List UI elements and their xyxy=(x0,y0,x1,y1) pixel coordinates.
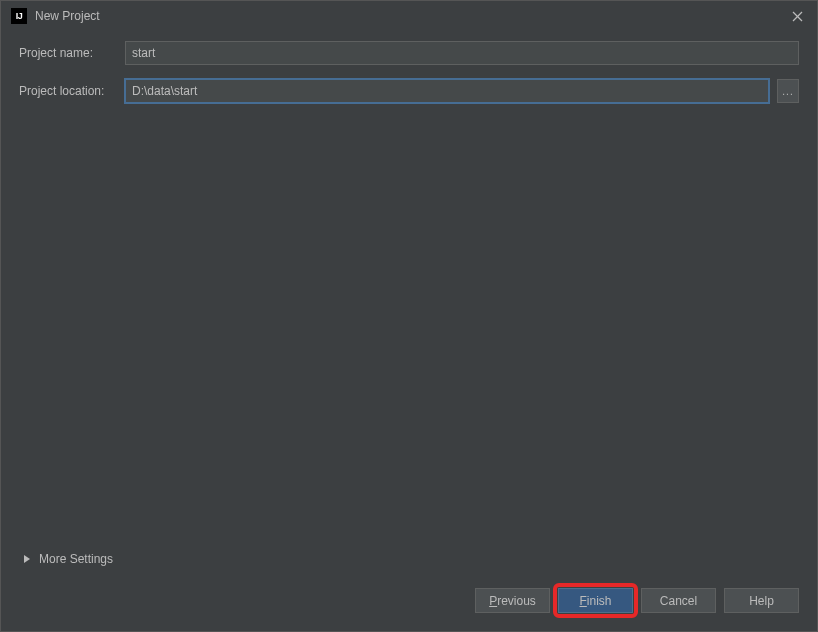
new-project-dialog: IJ New Project Project name: Project loc… xyxy=(0,0,818,632)
close-icon xyxy=(792,11,803,22)
help-button[interactable]: Help xyxy=(724,588,799,613)
chevron-right-icon xyxy=(23,554,31,564)
finish-button[interactable]: Finish xyxy=(558,588,633,613)
cancel-button[interactable]: Cancel xyxy=(641,588,716,613)
svg-marker-2 xyxy=(24,555,30,563)
close-button[interactable] xyxy=(787,6,807,26)
project-name-row: Project name: xyxy=(19,41,799,65)
titlebar-left: IJ New Project xyxy=(11,8,100,24)
project-location-input[interactable] xyxy=(125,79,769,103)
project-name-label: Project name: xyxy=(19,46,117,60)
content-spacer xyxy=(19,117,799,546)
titlebar: IJ New Project xyxy=(1,1,817,31)
intellij-icon: IJ xyxy=(11,8,27,24)
button-bar: Previous Finish Cancel Help xyxy=(1,578,817,631)
window-title: New Project xyxy=(35,9,100,23)
previous-button[interactable]: Previous xyxy=(475,588,550,613)
project-location-row: Project location: ... xyxy=(19,79,799,103)
ellipsis-icon: ... xyxy=(782,86,793,97)
project-name-input[interactable] xyxy=(125,41,799,65)
more-settings-toggle[interactable]: More Settings xyxy=(19,546,799,578)
project-location-label: Project location: xyxy=(19,84,117,98)
dialog-content: Project name: Project location: ... More… xyxy=(1,31,817,578)
browse-button[interactable]: ... xyxy=(777,79,799,103)
more-settings-label: More Settings xyxy=(39,552,113,566)
